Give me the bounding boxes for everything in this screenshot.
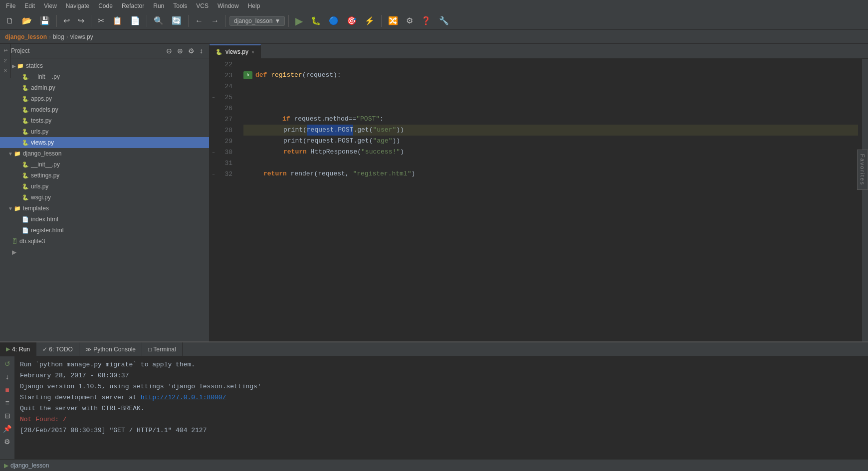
menu-vcs[interactable]: VCS [192, 1, 213, 10]
menu-file[interactable]: File [2, 1, 19, 10]
tree-item-models[interactable]: 🐍 models.py [0, 104, 209, 115]
code-editor[interactable]: h def register(request): if request.meth… [239, 59, 862, 341]
tree-item-admin[interactable]: 🐍 admin.py [0, 82, 209, 93]
vcs-button[interactable]: 🔀 [385, 14, 401, 27]
sidebar-sort-button[interactable]: ↕ [198, 46, 205, 56]
search-button[interactable]: 🔍 [151, 14, 167, 27]
bottom-tab-terminal[interactable]: □ Terminal [142, 342, 183, 356]
paste-button[interactable]: 📄 [127, 14, 143, 27]
tree-item-index-html[interactable]: 📄 index.html [0, 214, 209, 225]
menu-refactor[interactable]: Refactor [118, 1, 148, 10]
menu-run[interactable]: Run [149, 1, 168, 10]
tree-item-init1[interactable]: 🐍 __init__.py [0, 71, 209, 82]
coverage-button[interactable]: 🔵 [326, 14, 342, 27]
run-footer-label: django_lesson [10, 462, 49, 469]
fold-25[interactable]: – [210, 95, 217, 100]
forward-button[interactable]: → [208, 15, 222, 27]
soft-wrap-button[interactable]: ≡ [3, 397, 10, 408]
cut-button[interactable]: ✂ [95, 14, 107, 27]
tree-label-views: views.py [31, 139, 54, 146]
bottom-tab-python-console[interactable]: ≫ Python Console [79, 342, 142, 356]
filter-button[interactable]: ⊟ [3, 410, 12, 421]
output-line-2: February 28, 2017 - 08:30:37 [20, 370, 863, 381]
open-button[interactable]: 📂 [19, 14, 35, 27]
sdk-button[interactable]: 🔧 [436, 14, 452, 27]
tree-item-more[interactable]: ▶ [0, 247, 209, 258]
linenum-25: 25 [217, 94, 235, 101]
debug-button[interactable]: 🐛 [308, 14, 324, 27]
tree-label-wsgi: wsgi.py [31, 194, 51, 201]
undo-button[interactable]: ↩ [60, 14, 73, 27]
menu-edit[interactable]: Edit [20, 1, 39, 10]
tab-views-py[interactable]: 🐍 views.py × [210, 44, 261, 58]
tree-item-settings[interactable]: 🐍 settings.py [0, 170, 209, 181]
pin-tab-button[interactable]: 📌 [1, 423, 13, 434]
tree-item-urls1[interactable]: 🐍 urls.py [0, 126, 209, 137]
menu-tools[interactable]: Tools [169, 1, 191, 10]
sidebar-header: ▼ Project ⊖ ⊕ ⚙ ↕ [0, 44, 209, 58]
run-tab-icon: ▶ [6, 346, 10, 352]
concurrency-button[interactable]: ⚡ [362, 14, 378, 27]
fold-32[interactable]: – [210, 171, 217, 177]
sidebar-expand-all-button[interactable]: ⊕ [175, 46, 185, 56]
tab-close-views[interactable]: × [251, 49, 254, 55]
tree-item-init2[interactable]: 🐍 __init__.py [0, 159, 209, 170]
help-toolbar-button[interactable]: ❓ [418, 14, 434, 27]
tab-icon-views: 🐍 [216, 49, 222, 55]
bottom-tab-run[interactable]: ▶ 4: Run [0, 342, 36, 356]
linenum-22: 22 [217, 61, 235, 68]
left-icon-favorites[interactable]: 3 [2, 66, 8, 76]
linenum-24: 24 [217, 83, 235, 90]
right-scrollbar[interactable] [862, 59, 868, 341]
breadcrumb-views[interactable]: views.py [70, 33, 93, 40]
tree-item-django-lesson[interactable]: ▼ 📁 django_lesson [0, 148, 209, 159]
menu-help[interactable]: Help [244, 1, 264, 10]
menu-view[interactable]: View [40, 1, 61, 10]
tree-item-views[interactable]: 🐍 views.py [0, 137, 209, 148]
scroll-to-end-button[interactable]: ↓ [4, 371, 10, 382]
tree-item-db-sqlite3[interactable]: 🗄 db.sqlite3 [0, 236, 209, 247]
menu-window[interactable]: Window [214, 1, 243, 10]
toolbar-sep-6 [288, 15, 289, 27]
tree-item-wsgi[interactable]: 🐍 wsgi.py [0, 192, 209, 203]
breadcrumb-blog[interactable]: blog [53, 33, 64, 40]
left-icon-structure[interactable]: 2 [2, 56, 8, 66]
linenum-29: 29 [217, 138, 235, 145]
profile-button[interactable]: 🎯 [344, 14, 360, 27]
code-line-28: print(request.POST.get("user")) [243, 125, 858, 136]
settings-run-button[interactable]: ⚙ [2, 436, 12, 447]
bottom-tab-todo[interactable]: ✓ 6: TODO [36, 342, 79, 356]
stop-button[interactable]: ■ [3, 384, 10, 395]
sidebar-collapse-all-button[interactable]: ⊖ [164, 46, 174, 56]
copy-button[interactable]: 📋 [109, 14, 125, 27]
tree-item-register-html[interactable]: 📄 register.html [0, 225, 209, 236]
tree-item-tests[interactable]: 🐍 tests.py [0, 115, 209, 126]
run-button[interactable]: ▶ [292, 13, 306, 28]
tree-item-templates[interactable]: ▼ 📁 templates [0, 203, 209, 214]
code-close-29: )) [392, 136, 400, 147]
replace-button[interactable]: 🔄 [169, 14, 185, 27]
tree-item-statics[interactable]: ▶ 📁 statics [0, 60, 209, 71]
code-line-23: h def register(request): [243, 70, 858, 81]
favorites-panel-label[interactable]: Favorites [857, 150, 868, 190]
settings-button[interactable]: ⚙ [403, 14, 416, 27]
fold-30[interactable]: – [210, 150, 217, 155]
tree-item-urls2[interactable]: 🐍 urls.py [0, 181, 209, 192]
save-button[interactable]: 💾 [37, 14, 53, 27]
dev-server-link[interactable]: http://127.0.0.1:8000/ [141, 394, 226, 401]
code-str-success: "success!" [361, 147, 400, 157]
project-selector[interactable]: django_lesson ▼ [229, 16, 285, 26]
redo-button[interactable]: ↪ [75, 14, 87, 27]
code-print-29: print(request.POST.get( [283, 136, 373, 147]
new-file-button[interactable]: 🗋 [3, 15, 17, 27]
sidebar-settings-button[interactable]: ⚙ [186, 46, 197, 56]
left-icon-project[interactable]: 1 [1, 46, 9, 56]
rerun-button[interactable]: ↺ [3, 358, 12, 369]
menu-navigate[interactable]: Navigate [62, 1, 93, 10]
todo-tab-label: ✓ 6: TODO [42, 346, 73, 353]
tree-item-apps[interactable]: 🐍 apps.py [0, 93, 209, 104]
breadcrumb-project[interactable]: django_lesson [5, 33, 47, 40]
html-icon-index: 📄 [22, 216, 29, 223]
back-button[interactable]: ← [192, 15, 206, 27]
menu-code[interactable]: Code [94, 1, 117, 10]
